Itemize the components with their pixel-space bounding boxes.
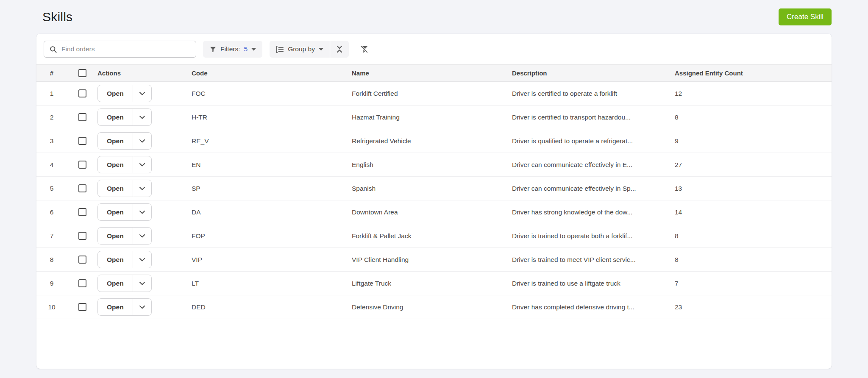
skill-description: Driver can communicate effectively in E.… bbox=[512, 161, 675, 169]
open-button-label[interactable]: Open bbox=[98, 156, 133, 173]
row-checkbox[interactable] bbox=[78, 279, 86, 287]
row-checkbox[interactable] bbox=[78, 137, 86, 145]
collapse-rows-button[interactable] bbox=[330, 41, 349, 58]
skill-name: Spanish bbox=[352, 185, 512, 192]
open-button-label[interactable]: Open bbox=[98, 228, 133, 244]
row-index: 6 bbox=[36, 208, 67, 216]
select-all-cell bbox=[67, 69, 97, 77]
row-checkbox[interactable] bbox=[78, 303, 86, 311]
open-button-label[interactable]: Open bbox=[98, 251, 133, 268]
skill-description: Driver is qualified to operate a refrige… bbox=[512, 137, 675, 145]
skill-name: Forklift Certified bbox=[352, 90, 512, 97]
skill-name: Forklift & Pallet Jack bbox=[352, 232, 512, 240]
row-checkbox[interactable] bbox=[78, 113, 86, 121]
row-checkbox-cell bbox=[67, 113, 97, 121]
table-row: 1 Open FOC Forklift Certified Driver is … bbox=[36, 82, 832, 106]
row-actions-cell: Open bbox=[97, 85, 192, 102]
row-checkbox-cell bbox=[67, 256, 97, 264]
open-button-label[interactable]: Open bbox=[98, 275, 133, 292]
open-button-caret[interactable] bbox=[133, 228, 151, 244]
select-all-checkbox[interactable] bbox=[78, 69, 86, 77]
row-checkbox[interactable] bbox=[78, 232, 86, 240]
chevron-down-icon bbox=[139, 139, 145, 143]
skill-description: Driver has strong knowledge of the dow..… bbox=[512, 208, 675, 216]
skill-description: Driver has completed defensive driving t… bbox=[512, 303, 675, 311]
clear-filters-button[interactable] bbox=[356, 41, 373, 58]
assigned-entity-count: 12 bbox=[675, 90, 832, 97]
skill-name: Downtown Area bbox=[352, 208, 512, 216]
caret-down-icon bbox=[251, 48, 256, 51]
row-checkbox[interactable] bbox=[78, 208, 86, 216]
row-actions-cell: Open bbox=[97, 180, 192, 197]
row-checkbox-cell bbox=[67, 279, 97, 287]
open-split-button[interactable]: Open bbox=[97, 85, 152, 102]
assigned-entity-count: 27 bbox=[675, 161, 832, 169]
column-header-index: # bbox=[36, 69, 67, 77]
chevron-down-icon bbox=[139, 282, 145, 285]
open-button-label[interactable]: Open bbox=[98, 133, 133, 149]
open-split-button[interactable]: Open bbox=[97, 251, 152, 268]
chevron-down-icon bbox=[139, 163, 145, 167]
open-split-button[interactable]: Open bbox=[97, 298, 152, 316]
chevron-down-icon bbox=[139, 306, 145, 309]
group-by-button[interactable]: Group by bbox=[270, 41, 330, 58]
open-button-caret[interactable] bbox=[133, 275, 151, 292]
open-button-caret[interactable] bbox=[133, 133, 151, 149]
row-actions-cell: Open bbox=[97, 203, 192, 221]
caret-down-icon bbox=[319, 48, 323, 51]
row-checkbox[interactable] bbox=[78, 89, 86, 97]
row-actions-cell: Open bbox=[97, 251, 192, 268]
open-button-label[interactable]: Open bbox=[98, 109, 133, 125]
open-button-caret[interactable] bbox=[133, 251, 151, 268]
row-actions-cell: Open bbox=[97, 298, 192, 316]
open-button-caret[interactable] bbox=[133, 180, 151, 197]
open-split-button[interactable]: Open bbox=[97, 180, 152, 197]
row-checkbox-cell bbox=[67, 184, 97, 192]
open-button-caret[interactable] bbox=[133, 156, 151, 173]
skill-code: FOP bbox=[192, 232, 352, 240]
table-row: 3 Open RE_V Refrigerated Vehicle Driver … bbox=[36, 129, 832, 153]
open-split-button[interactable]: Open bbox=[97, 108, 152, 126]
skill-code: H-TR bbox=[192, 114, 352, 121]
chevron-down-icon bbox=[139, 92, 145, 95]
chevron-down-icon bbox=[139, 211, 145, 214]
skill-code: VIP bbox=[192, 256, 352, 264]
open-button-caret[interactable] bbox=[133, 109, 151, 125]
row-index: 4 bbox=[36, 161, 67, 169]
page-header: Skills Create Skill bbox=[0, 0, 868, 34]
skill-description: Driver is trained to operate both a fork… bbox=[512, 232, 675, 240]
table-toolbar: Filters: 5 Group by bbox=[36, 34, 832, 64]
open-button-caret[interactable] bbox=[133, 299, 151, 315]
table-row: 6 Open DA Downtown Area Driver has stron… bbox=[36, 200, 832, 224]
row-index: 3 bbox=[36, 137, 67, 145]
open-button-caret[interactable] bbox=[133, 204, 151, 220]
row-checkbox-cell bbox=[67, 303, 97, 311]
filters-button[interactable]: Filters: 5 bbox=[203, 41, 262, 58]
open-button-label[interactable]: Open bbox=[98, 204, 133, 220]
row-checkbox[interactable] bbox=[78, 184, 86, 192]
row-index: 7 bbox=[36, 232, 67, 240]
table-row: 8 Open VIP VIP Client Handling Driver is… bbox=[36, 248, 832, 272]
assigned-entity-count: 13 bbox=[675, 185, 832, 192]
open-split-button[interactable]: Open bbox=[97, 156, 152, 173]
column-header-actions: Actions bbox=[97, 69, 192, 77]
create-skill-button[interactable]: Create Skill bbox=[779, 8, 832, 25]
row-index: 1 bbox=[36, 90, 67, 97]
open-split-button[interactable]: Open bbox=[97, 203, 152, 221]
search-input[interactable] bbox=[61, 45, 191, 53]
open-button-label[interactable]: Open bbox=[98, 85, 133, 102]
open-split-button[interactable]: Open bbox=[97, 227, 152, 245]
unfold-less-icon bbox=[336, 45, 343, 53]
row-checkbox[interactable] bbox=[78, 256, 86, 264]
search-input-wrapper bbox=[44, 41, 196, 58]
open-button-label[interactable]: Open bbox=[98, 299, 133, 315]
skill-name: Refrigerated Vehicle bbox=[352, 137, 512, 145]
column-header-code: Code bbox=[192, 69, 352, 77]
open-split-button[interactable]: Open bbox=[97, 132, 152, 150]
open-split-button[interactable]: Open bbox=[97, 275, 152, 292]
row-checkbox[interactable] bbox=[78, 161, 86, 169]
open-button-label[interactable]: Open bbox=[98, 180, 133, 197]
column-header-name: Name bbox=[352, 69, 512, 77]
row-index: 10 bbox=[36, 303, 67, 311]
open-button-caret[interactable] bbox=[133, 85, 151, 102]
